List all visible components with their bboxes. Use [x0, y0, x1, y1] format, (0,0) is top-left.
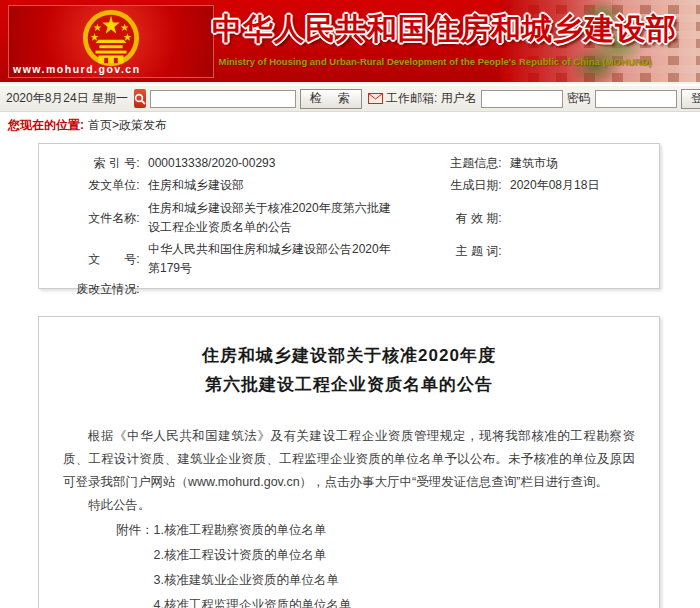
site-title: 中华人民共和国住房和城乡建设部: [212, 9, 664, 50]
search-button[interactable]: 检 索: [300, 89, 362, 109]
attachments-block: 附件： 1.核准工程勘察资质的单位名单 2.核准工程设计资质的单位名单 3.核准…: [116, 518, 635, 608]
login-button[interactable]: 登录: [681, 89, 700, 109]
site-title-english: Ministry of Housing and Urban-Rural Deve…: [205, 56, 665, 67]
document-meta-card: 索 引 号: 000013338/2020-00293 发文单位: 住房和城乡建…: [38, 143, 660, 289]
article-paragraph: 根据《中华人民共和国建筑法》及有关建设工程企业资质管理规定，现将我部核准的工程勘…: [63, 425, 635, 494]
search-input[interactable]: [150, 90, 296, 108]
article-closing: 特此公告。: [63, 494, 635, 517]
breadcrumb-home-link[interactable]: 首页: [88, 118, 112, 132]
meta-row-document-number: 文 号: 中华人民共和国住房和城乡建设部公告2020年第179号: [39, 240, 401, 278]
attachments-label: 附件：: [116, 518, 154, 608]
meta-row-issuing-unit: 发文单位: 住房和城乡建设部: [39, 174, 401, 196]
article-body: 根据《中华人民共和国建筑法》及有关建设工程企业资质管理规定，现将我部核准的工程勘…: [63, 425, 635, 517]
attachment-link-1[interactable]: 1.核准工程勘察资质的单位名单: [154, 518, 352, 543]
site-header: www.mohurd.gov.cn 中华人民共和国住房和城乡建设部 Minist…: [0, 0, 700, 84]
attachment-link-3[interactable]: 3.核准建筑业企业资质的单位名单: [154, 568, 352, 593]
breadcrumb-section-link[interactable]: 政策发布: [119, 118, 167, 132]
meta-row-generated-date: 生成日期: 2020年08月18日: [401, 174, 659, 196]
breadcrumb-label: 您现在的位置:: [8, 118, 84, 132]
password-input[interactable]: [595, 90, 677, 108]
mail-username-label: 工作邮箱: 用户名: [386, 90, 477, 107]
attachments-list: 1.核准工程勘察资质的单位名单 2.核准工程设计资质的单位名单 3.核准建筑业企…: [154, 518, 352, 608]
toolbar: 2020年8月24日 星期一 检 索 工作邮箱: 用户名 密码 登录 设为首页 …: [0, 86, 700, 112]
meta-row-document-name: 文件名称: 住房和城乡建设部关于核准2020年度第六批建设工程企业资质名单的公告: [39, 196, 401, 240]
meta-row-repeal-status: 废改立情况:: [39, 278, 401, 300]
password-label: 密码: [567, 90, 591, 107]
mail-icon: [368, 93, 383, 104]
attachment-link-4[interactable]: 4.核准工程监理企业资质的单位名单: [154, 593, 352, 608]
article-title: 住房和城乡建设部关于核准2020年度 第六批建设工程企业资质名单的公告: [63, 341, 635, 399]
attachment-link-2[interactable]: 2.核准工程设计资质的单位名单: [154, 543, 352, 568]
meta-row-subject-words: 主 题 词:: [401, 240, 659, 262]
emblem-panel: www.mohurd.gov.cn: [8, 5, 214, 78]
meta-row-topic-info: 主题信息: 建筑市场: [401, 152, 659, 174]
meta-row-validity: 有 效 期:: [401, 196, 659, 240]
meta-right-column: 主题信息: 建筑市场 生成日期: 2020年08月18日 有 效 期: 主 题 …: [401, 152, 659, 300]
breadcrumb: 您现在的位置:首页>政策发布: [0, 113, 175, 138]
username-input[interactable]: [481, 90, 563, 108]
date-text: 2020年8月24日 星期一: [6, 90, 128, 107]
search-icon[interactable]: [134, 89, 146, 108]
meta-row-index-number: 索 引 号: 000013338/2020-00293: [39, 152, 401, 174]
site-url: www.mohurd.gov.cn: [13, 63, 141, 75]
meta-left-column: 索 引 号: 000013338/2020-00293 发文单位: 住房和城乡建…: [39, 152, 401, 300]
page: www.mohurd.gov.cn 中华人民共和国住房和城乡建设部 Minist…: [0, 0, 700, 608]
breadcrumb-separator: >: [112, 118, 119, 132]
article-card: 住房和城乡建设部关于核准2020年度 第六批建设工程企业资质名单的公告 根据《中…: [38, 316, 660, 608]
